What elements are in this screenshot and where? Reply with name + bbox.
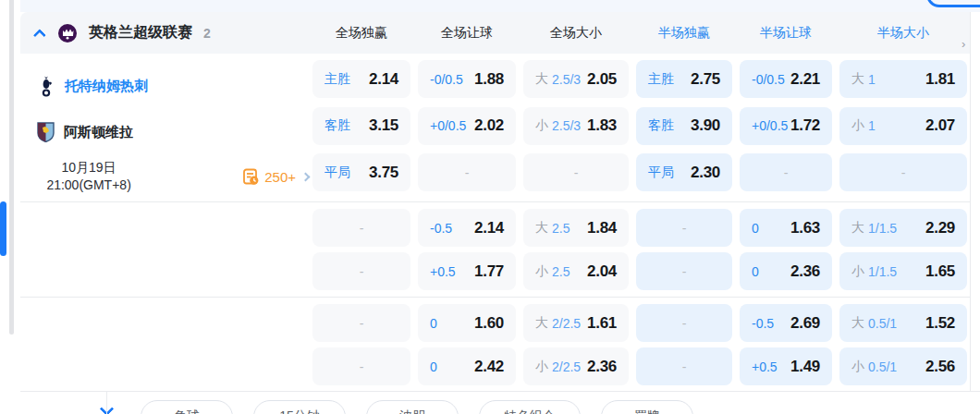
- odds-line: 2.5/3: [552, 72, 581, 87]
- odds-value: 3.15: [369, 116, 398, 135]
- no-odds-dash: -: [648, 221, 720, 236]
- collapse-chevron-up-icon[interactable]: [33, 29, 46, 42]
- odds-value: 1.65: [925, 262, 955, 281]
- odds-cell-fulltime-overunder[interactable]: 大2.51.84: [523, 209, 629, 247]
- more-markets-count[interactable]: 250+: [264, 169, 296, 185]
- away-team-name[interactable]: 阿斯顿维拉: [64, 124, 133, 141]
- odds-cell-halftime-handicap[interactable]: +0/0.51.72: [740, 107, 832, 145]
- odds-value: 1.83: [587, 116, 617, 135]
- odds-cell-halftime-overunder[interactable]: 小0.5/12.56: [839, 347, 967, 385]
- odds-cell-halftime-1x2[interactable]: -: [636, 252, 732, 290]
- odds-label: 0: [430, 316, 437, 331]
- match-date: 10月19日: [17, 159, 161, 177]
- odds-label: 主胜: [325, 71, 350, 88]
- odds-line: 2/2.5: [552, 316, 581, 331]
- market-tab-1[interactable]: 15分钟: [253, 400, 346, 414]
- no-odds-dash: -: [535, 165, 617, 180]
- odds-cell-halftime-handicap[interactable]: 01.63: [740, 209, 832, 247]
- home-team-row[interactable]: 托特纳姆热刺: [37, 63, 309, 109]
- odds-cell-fulltime-overunder[interactable]: -: [523, 153, 629, 191]
- odds-cell-fulltime-overunder[interactable]: 大2.5/32.05: [523, 60, 629, 98]
- market-tabs: 角球15分钟波胆特色组合罚牌: [141, 400, 693, 414]
- odds-cell-halftime-1x2[interactable]: 平局2.30: [636, 153, 732, 191]
- odds-cell-halftime-overunder[interactable]: 大0.5/11.52: [839, 304, 967, 342]
- odds-cell-fulltime-handicap[interactable]: 01.60: [418, 304, 516, 342]
- odds-cell-fulltime-overunder[interactable]: 大2/2.51.61: [523, 304, 629, 342]
- odds-label: -0.5: [752, 316, 774, 331]
- odds-cell-halftime-1x2[interactable]: 客胜3.90: [636, 107, 732, 145]
- odds-cell-fulltime-handicap[interactable]: -0.52.14: [418, 209, 516, 247]
- market-tab-2[interactable]: 波胆: [366, 400, 459, 414]
- odds-cell-fulltime-handicap[interactable]: -: [418, 153, 516, 191]
- odds-group-alt-lines-2: -01.60大2/2.51.61--0.52.69大0.5/11.52-02.4…: [20, 298, 970, 392]
- odds-line: 1/1.5: [868, 221, 897, 236]
- no-odds-dash: -: [648, 359, 720, 374]
- odds-cell-halftime-overunder[interactable]: 大1/1.52.29: [839, 209, 967, 247]
- odds-cell-halftime-overunder[interactable]: -: [839, 153, 967, 191]
- column-header-halftime-overunder[interactable]: 半场大小: [836, 25, 971, 42]
- odds-cell-halftime-1x2[interactable]: -: [636, 304, 732, 342]
- no-odds-dash: -: [325, 359, 398, 374]
- league-odds-table: 英格兰超级联赛 2 全场独赢 全场让球 全场大小 半场独赢 半场让球 半场大小 …: [20, 12, 971, 391]
- left-scrollbar-thumb[interactable]: [0, 201, 6, 256]
- odds-cell-halftime-1x2[interactable]: -: [636, 347, 732, 385]
- odds-cell-halftime-handicap[interactable]: 02.36: [740, 252, 832, 290]
- odds-cell-fulltime-1x2[interactable]: 客胜3.15: [312, 107, 410, 145]
- column-header-fulltime-1x2[interactable]: 全场独赢: [309, 25, 414, 42]
- more-markets-link[interactable]: 250+: [242, 168, 309, 186]
- odds-label: 0: [752, 264, 759, 279]
- column-header-fulltime-overunder[interactable]: 全场大小: [520, 25, 632, 42]
- league-name[interactable]: 英格兰超级联赛: [89, 23, 192, 43]
- odds-cell-fulltime-handicap[interactable]: 02.42: [418, 347, 516, 385]
- odds-cell-halftime-overunder[interactable]: 小1/1.51.65: [839, 252, 967, 290]
- odds-cell-fulltime-1x2[interactable]: 主胜2.14: [312, 60, 410, 98]
- odds-cell-halftime-1x2[interactable]: 主胜2.75: [636, 60, 732, 98]
- away-team-row[interactable]: 阿斯顿维拉: [37, 109, 309, 155]
- odds-cell-fulltime-1x2[interactable]: -: [312, 304, 410, 342]
- match-time: 21:00(GMT+8): [17, 177, 161, 194]
- market-tab-0[interactable]: 角球: [141, 400, 233, 414]
- odds-cell-fulltime-1x2[interactable]: -: [312, 252, 410, 290]
- odds-cell-halftime-1x2[interactable]: -: [636, 209, 732, 247]
- odds-value: 2.14: [474, 219, 504, 237]
- odds-value: 1.49: [790, 358, 820, 376]
- odds-cell-fulltime-handicap[interactable]: +0.51.77: [418, 252, 516, 290]
- aston-villa-crest-icon: [37, 122, 55, 142]
- odds-value: 2.42: [474, 358, 504, 376]
- odds-label: -0/0.5: [752, 72, 785, 87]
- column-header-halftime-handicap[interactable]: 半场让球: [736, 25, 836, 42]
- odds-value: 2.04: [587, 262, 617, 281]
- column-header-fulltime-handicap[interactable]: 全场让球: [414, 25, 520, 42]
- odds-cell-fulltime-overunder[interactable]: 小2/2.52.36: [523, 347, 629, 385]
- home-team-name[interactable]: 托特纳姆热刺: [65, 78, 148, 95]
- odds-cell-fulltime-handicap[interactable]: -0/0.51.88: [418, 60, 516, 98]
- markets-stats-icon: [242, 168, 260, 186]
- divider: [106, 392, 107, 414]
- odds-group-main: 托特纳姆热刺 阿斯顿维拉: [20, 54, 970, 202]
- odds-value: 3.75: [369, 164, 398, 182]
- tottenham-crest-icon: [37, 75, 55, 97]
- column-header-halftime-1x2[interactable]: 半场独赢: [632, 25, 736, 42]
- odds-value: 1.63: [790, 219, 820, 237]
- odds-value: 2.14: [369, 70, 398, 89]
- odds-cell-fulltime-overunder[interactable]: 小2.5/31.83: [523, 107, 629, 145]
- market-tab-4[interactable]: 罚牌: [601, 400, 693, 414]
- odds-cell-halftime-handicap[interactable]: -0.52.69: [740, 304, 832, 342]
- no-odds-dash: -: [325, 264, 398, 279]
- odds-cell-halftime-overunder[interactable]: 小12.07: [839, 107, 967, 145]
- odds-cell-halftime-handicap[interactable]: +0.51.49: [740, 347, 832, 385]
- odds-cell-fulltime-handicap[interactable]: +0/0.52.02: [418, 107, 516, 145]
- odds-cell-fulltime-overunder[interactable]: 小2.52.04: [523, 252, 629, 290]
- odds-cell-halftime-handicap[interactable]: -0/0.52.21: [740, 60, 832, 98]
- empty-left-column: [20, 206, 309, 293]
- odds-cell-fulltime-1x2[interactable]: -: [312, 209, 410, 247]
- empty-left-column: [20, 301, 309, 388]
- left-scrollbar-track[interactable]: [9, 0, 14, 335]
- odds-cell-fulltime-1x2[interactable]: -: [312, 347, 410, 385]
- odds-cell-halftime-overunder[interactable]: 大11.81: [839, 60, 967, 98]
- odds-cell-fulltime-1x2[interactable]: 平局3.75: [312, 153, 410, 191]
- odds-cell-halftime-handicap[interactable]: -: [740, 153, 832, 191]
- odds-label: 小: [851, 263, 864, 280]
- odds-value: 1.88: [474, 70, 504, 89]
- market-tab-3[interactable]: 特色组合: [479, 400, 581, 414]
